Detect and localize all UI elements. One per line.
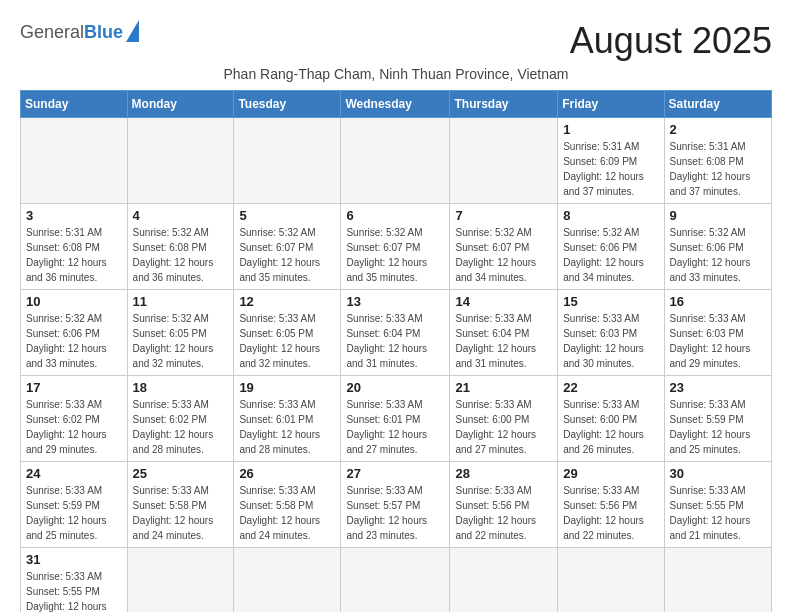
day-number: 14 [455, 294, 552, 309]
day-number: 4 [133, 208, 229, 223]
day-number: 21 [455, 380, 552, 395]
day-info: Sunrise: 5:33 AM Sunset: 6:00 PM Dayligh… [563, 397, 658, 457]
table-row: 20Sunrise: 5:33 AM Sunset: 6:01 PM Dayli… [341, 376, 450, 462]
header-wednesday: Wednesday [341, 91, 450, 118]
day-info: Sunrise: 5:32 AM Sunset: 6:06 PM Dayligh… [563, 225, 658, 285]
day-info: Sunrise: 5:31 AM Sunset: 6:08 PM Dayligh… [26, 225, 122, 285]
table-row: 3Sunrise: 5:31 AM Sunset: 6:08 PM Daylig… [21, 204, 128, 290]
day-info: Sunrise: 5:33 AM Sunset: 6:02 PM Dayligh… [133, 397, 229, 457]
day-info: Sunrise: 5:33 AM Sunset: 5:59 PM Dayligh… [670, 397, 766, 457]
header-saturday: Saturday [664, 91, 771, 118]
day-info: Sunrise: 5:33 AM Sunset: 6:04 PM Dayligh… [455, 311, 552, 371]
table-row: 11Sunrise: 5:32 AM Sunset: 6:05 PM Dayli… [127, 290, 234, 376]
table-row: 18Sunrise: 5:33 AM Sunset: 6:02 PM Dayli… [127, 376, 234, 462]
table-row: 8Sunrise: 5:32 AM Sunset: 6:06 PM Daylig… [558, 204, 664, 290]
day-number: 6 [346, 208, 444, 223]
table-row [664, 548, 771, 613]
table-row: 15Sunrise: 5:33 AM Sunset: 6:03 PM Dayli… [558, 290, 664, 376]
day-number: 25 [133, 466, 229, 481]
header-sunday: Sunday [21, 91, 128, 118]
table-row: 1Sunrise: 5:31 AM Sunset: 6:09 PM Daylig… [558, 118, 664, 204]
table-row: 9Sunrise: 5:32 AM Sunset: 6:06 PM Daylig… [664, 204, 771, 290]
table-row: 12Sunrise: 5:33 AM Sunset: 6:05 PM Dayli… [234, 290, 341, 376]
table-row: 2Sunrise: 5:31 AM Sunset: 6:08 PM Daylig… [664, 118, 771, 204]
table-row: 14Sunrise: 5:33 AM Sunset: 6:04 PM Dayli… [450, 290, 558, 376]
day-number: 3 [26, 208, 122, 223]
title-area: August 2025 [570, 20, 772, 62]
day-number: 24 [26, 466, 122, 481]
table-row: 7Sunrise: 5:32 AM Sunset: 6:07 PM Daylig… [450, 204, 558, 290]
table-row: 28Sunrise: 5:33 AM Sunset: 5:56 PM Dayli… [450, 462, 558, 548]
day-info: Sunrise: 5:32 AM Sunset: 6:08 PM Dayligh… [133, 225, 229, 285]
day-info: Sunrise: 5:33 AM Sunset: 5:57 PM Dayligh… [346, 483, 444, 543]
header-monday: Monday [127, 91, 234, 118]
day-info: Sunrise: 5:32 AM Sunset: 6:07 PM Dayligh… [455, 225, 552, 285]
day-info: Sunrise: 5:31 AM Sunset: 6:08 PM Dayligh… [670, 139, 766, 199]
day-number: 5 [239, 208, 335, 223]
table-row: 13Sunrise: 5:33 AM Sunset: 6:04 PM Dayli… [341, 290, 450, 376]
day-info: Sunrise: 5:32 AM Sunset: 6:05 PM Dayligh… [133, 311, 229, 371]
day-number: 18 [133, 380, 229, 395]
day-info: Sunrise: 5:33 AM Sunset: 6:01 PM Dayligh… [346, 397, 444, 457]
table-row: 26Sunrise: 5:33 AM Sunset: 5:58 PM Dayli… [234, 462, 341, 548]
day-number: 11 [133, 294, 229, 309]
header-thursday: Thursday [450, 91, 558, 118]
day-number: 2 [670, 122, 766, 137]
table-row: 19Sunrise: 5:33 AM Sunset: 6:01 PM Dayli… [234, 376, 341, 462]
table-row [21, 118, 128, 204]
day-info: Sunrise: 5:32 AM Sunset: 6:07 PM Dayligh… [239, 225, 335, 285]
day-info: Sunrise: 5:32 AM Sunset: 6:06 PM Dayligh… [670, 225, 766, 285]
page-container: GeneralBlue August 2025 Phan Rang-Thap C… [20, 20, 772, 612]
day-info: Sunrise: 5:33 AM Sunset: 5:55 PM Dayligh… [670, 483, 766, 543]
logo-text: GeneralBlue [20, 23, 123, 43]
day-number: 1 [563, 122, 658, 137]
table-row [558, 548, 664, 613]
table-row: 21Sunrise: 5:33 AM Sunset: 6:00 PM Dayli… [450, 376, 558, 462]
day-info: Sunrise: 5:33 AM Sunset: 6:00 PM Dayligh… [455, 397, 552, 457]
table-row: 23Sunrise: 5:33 AM Sunset: 5:59 PM Dayli… [664, 376, 771, 462]
day-number: 8 [563, 208, 658, 223]
table-row: 5Sunrise: 5:32 AM Sunset: 6:07 PM Daylig… [234, 204, 341, 290]
day-info: Sunrise: 5:33 AM Sunset: 5:56 PM Dayligh… [455, 483, 552, 543]
header-friday: Friday [558, 91, 664, 118]
table-row [127, 118, 234, 204]
day-info: Sunrise: 5:33 AM Sunset: 5:58 PM Dayligh… [239, 483, 335, 543]
day-number: 9 [670, 208, 766, 223]
day-number: 29 [563, 466, 658, 481]
day-info: Sunrise: 5:32 AM Sunset: 6:06 PM Dayligh… [26, 311, 122, 371]
day-number: 26 [239, 466, 335, 481]
day-info: Sunrise: 5:33 AM Sunset: 5:58 PM Dayligh… [133, 483, 229, 543]
day-number: 30 [670, 466, 766, 481]
table-row: 6Sunrise: 5:32 AM Sunset: 6:07 PM Daylig… [341, 204, 450, 290]
day-info: Sunrise: 5:33 AM Sunset: 6:04 PM Dayligh… [346, 311, 444, 371]
day-info: Sunrise: 5:33 AM Sunset: 6:03 PM Dayligh… [670, 311, 766, 371]
day-number: 31 [26, 552, 122, 567]
table-row [450, 118, 558, 204]
day-info: Sunrise: 5:33 AM Sunset: 6:03 PM Dayligh… [563, 311, 658, 371]
day-number: 16 [670, 294, 766, 309]
table-row: 17Sunrise: 5:33 AM Sunset: 6:02 PM Dayli… [21, 376, 128, 462]
table-row: 29Sunrise: 5:33 AM Sunset: 5:56 PM Dayli… [558, 462, 664, 548]
logo: GeneralBlue [20, 20, 139, 43]
table-row [234, 548, 341, 613]
table-row: 24Sunrise: 5:33 AM Sunset: 5:59 PM Dayli… [21, 462, 128, 548]
day-info: Sunrise: 5:32 AM Sunset: 6:07 PM Dayligh… [346, 225, 444, 285]
table-row: 10Sunrise: 5:32 AM Sunset: 6:06 PM Dayli… [21, 290, 128, 376]
table-row: 25Sunrise: 5:33 AM Sunset: 5:58 PM Dayli… [127, 462, 234, 548]
day-number: 22 [563, 380, 658, 395]
day-number: 15 [563, 294, 658, 309]
table-row: 30Sunrise: 5:33 AM Sunset: 5:55 PM Dayli… [664, 462, 771, 548]
header: GeneralBlue August 2025 [20, 20, 772, 62]
day-number: 7 [455, 208, 552, 223]
month-title: August 2025 [570, 20, 772, 62]
subtitle: Phan Rang-Thap Cham, Ninh Thuan Province… [20, 66, 772, 82]
calendar-table: Sunday Monday Tuesday Wednesday Thursday… [20, 90, 772, 612]
day-info: Sunrise: 5:33 AM Sunset: 6:05 PM Dayligh… [239, 311, 335, 371]
day-number: 17 [26, 380, 122, 395]
day-number: 10 [26, 294, 122, 309]
day-info: Sunrise: 5:33 AM Sunset: 5:55 PM Dayligh… [26, 569, 122, 612]
table-row: 4Sunrise: 5:32 AM Sunset: 6:08 PM Daylig… [127, 204, 234, 290]
day-number: 19 [239, 380, 335, 395]
day-number: 23 [670, 380, 766, 395]
logo-triangle-icon [126, 20, 139, 42]
